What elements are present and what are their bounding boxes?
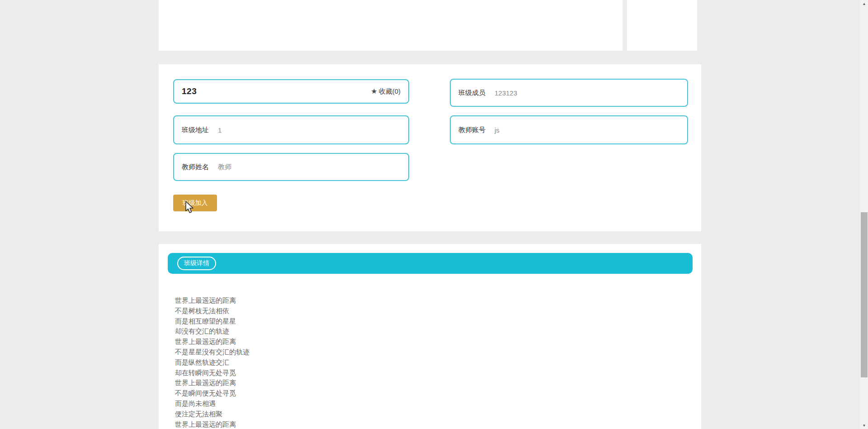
poem-line: 而是纵然轨迹交汇 [175,358,250,368]
field-label: 班级地址 [182,126,209,134]
class-details-text: 世界上最遥远的距离 不是树枝无法相依 而是相互瞭望的星星 却没有交汇的轨迹 世界… [175,296,250,429]
vertical-scrollbar[interactable]: ▲ ▼ [860,0,868,429]
field-label: 教师姓名 [182,163,209,172]
scroll-down-button[interactable]: ▼ [860,422,868,429]
class-details-card: 班级详情 世界上最遥远的距离 不是树枝无法相依 而是相互瞭望的星星 却没有交汇的… [159,244,701,429]
field-label: 教师账号 [458,126,486,134]
poem-line: 而是尚未相遇 [175,399,250,409]
scroll-up-icon: ▲ [863,2,866,6]
teacher-name-field: 教师姓名 教师 [173,153,409,181]
poem-line: 世界上最遥远的距离 [175,296,250,306]
poem-line: 不是树枝无法相依 [175,306,250,316]
poem-line: 却在转瞬间无处寻觅 [175,368,250,378]
class-info-card: 123 ★ 收藏(0) 班级成员 123123 班级地址 1 教师账号 js 教… [159,64,701,231]
teacher-account-field: 教师账号 js [450,115,688,144]
class-name-box: 123 ★ 收藏(0) [173,79,409,104]
poem-line: 不是瞬间便无处寻觅 [175,388,250,399]
field-value: 1 [218,126,222,134]
scroll-down-icon: ▼ [863,424,866,428]
top-content-card [159,0,623,51]
scrollbar-thumb[interactable] [861,212,868,377]
field-value: 教师 [218,163,231,172]
star-icon: ★ [371,88,377,95]
poem-line: 却没有交汇的轨迹 [175,326,250,337]
details-header-bar: 班级详情 [168,253,693,274]
top-side-card [627,0,697,51]
scroll-up-button[interactable]: ▲ [860,0,868,7]
class-members-field: 班级成员 123123 [450,79,688,107]
poem-line: 不是星星没有交汇的轨迹 [175,347,250,358]
favorite-button[interactable]: ★ 收藏(0) [371,87,401,96]
class-name-text: 123 [182,86,197,96]
field-label: 班级成员 [458,89,486,97]
favorite-label: 收藏(0) [379,87,401,96]
details-tab[interactable]: 班级详情 [177,257,216,270]
poem-line: 便注定无法相聚 [175,409,250,419]
join-class-button[interactable]: 班级加入 [173,195,217,211]
poem-line: 而是相互瞭望的星星 [175,316,250,327]
poem-line: 世界上最遥远的距离 [175,378,250,388]
poem-line: 世界上最遥远的距离 [175,419,250,429]
field-value: js [495,126,500,134]
field-value: 123123 [495,89,517,97]
class-address-field: 班级地址 1 [173,115,409,144]
poem-line: 世界上最遥远的距离 [175,337,250,347]
